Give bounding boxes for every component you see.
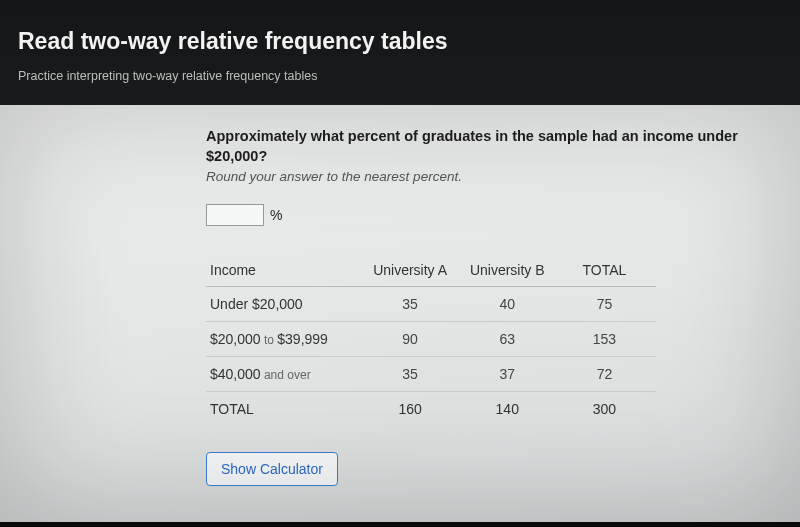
row-label: $20,000 to $39,999	[206, 322, 365, 357]
page-title: Read two-way relative frequency tables	[18, 28, 782, 55]
cell-value: 37	[462, 357, 559, 392]
table-row: $40,000 and over 35 37 72	[206, 357, 656, 392]
col-university-b: University B	[462, 254, 559, 287]
cell-value: 72	[559, 357, 656, 392]
content-area: Approximately what percent of graduates …	[0, 105, 800, 522]
page-header: Read two-way relative frequency tables P…	[0, 0, 800, 105]
frequency-table: Income University A University B TOTAL U…	[206, 254, 656, 426]
col-total: TOTAL	[559, 254, 656, 287]
answer-row: %	[206, 204, 800, 226]
cell-value: 160	[365, 392, 462, 427]
cell-value: 90	[365, 322, 462, 357]
table-row: $20,000 to $39,999 90 63 153	[206, 322, 656, 357]
answer-input[interactable]	[206, 204, 264, 226]
cell-value: 40	[462, 287, 559, 322]
cell-value: 140	[462, 392, 559, 427]
answer-unit: %	[270, 207, 282, 223]
show-calculator-button[interactable]: Show Calculator	[206, 452, 338, 486]
question-hint: Round your answer to the nearest percent…	[206, 169, 800, 184]
table-row-total: TOTAL 160 140 300	[206, 392, 656, 427]
cell-value: 35	[365, 357, 462, 392]
cell-value: 63	[462, 322, 559, 357]
cell-value: 35	[365, 287, 462, 322]
col-university-a: University A	[365, 254, 462, 287]
question-prompt: Approximately what percent of graduates …	[206, 127, 786, 166]
col-income: Income	[206, 254, 365, 287]
cell-value: 300	[559, 392, 656, 427]
row-label: Under $20,000	[206, 287, 365, 322]
table-header-row: Income University A University B TOTAL	[206, 254, 656, 287]
row-label: $40,000 and over	[206, 357, 365, 392]
cell-value: 75	[559, 287, 656, 322]
table-row: Under $20,000 35 40 75	[206, 287, 656, 322]
page-subtitle: Practice interpreting two-way relative f…	[18, 69, 782, 83]
cell-value: 153	[559, 322, 656, 357]
row-label-total: TOTAL	[206, 392, 365, 427]
